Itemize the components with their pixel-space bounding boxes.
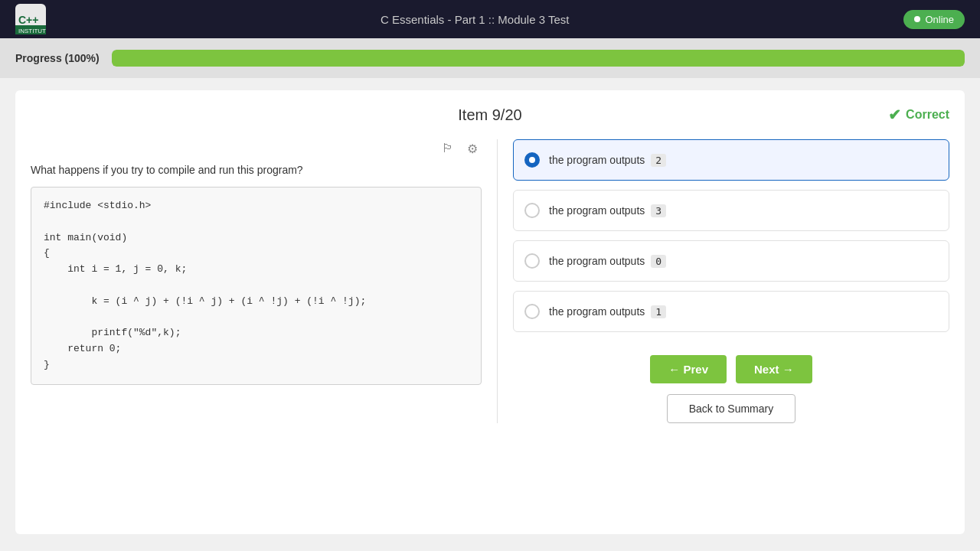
page-title: C Essentials - Part 1 :: Module 3 Test	[381, 13, 570, 26]
nav-buttons: ← Prev Next →	[513, 355, 949, 383]
prev-button[interactable]: ← Prev	[650, 355, 727, 383]
back-to-summary-button[interactable]: Back to Summary	[667, 394, 795, 423]
online-label: Online	[925, 14, 954, 25]
progress-fill	[112, 50, 965, 67]
content-layout: 🏳 ⚙ What happens if you try to compile a…	[31, 139, 949, 423]
flag-icon[interactable]: 🏳	[439, 139, 457, 158]
progress-label: Progress (100%)	[15, 52, 100, 64]
progress-section: Progress (100%)	[0, 38, 980, 78]
main-content: Item 9/20 ✔ Correct 🏳 ⚙ What happens if …	[15, 90, 965, 534]
answer-text-3: the program outputs 0	[549, 255, 666, 268]
online-status: Online	[903, 10, 965, 29]
radio-2	[524, 203, 540, 218]
answer-option-1[interactable]: the program outputs 2	[513, 139, 949, 181]
svg-text:C++: C++	[18, 14, 38, 26]
svg-text:INSTITUTE: INSTITUTE	[18, 28, 46, 34]
answer-option-4[interactable]: the program outputs 1	[513, 291, 949, 332]
answer-text-1: the program outputs 2	[549, 154, 666, 167]
answer-option-2[interactable]: the program outputs 3	[513, 190, 949, 231]
item-header: Item 9/20 ✔ Correct	[31, 106, 949, 124]
radio-1	[524, 152, 540, 168]
answer-value-2: 3	[651, 204, 666, 217]
answer-text-2: the program outputs 3	[549, 204, 666, 217]
correct-label: Correct	[906, 108, 949, 122]
correct-badge: ✔ Correct	[643, 106, 949, 124]
right-panel: the program outputs 2the program outputs…	[498, 139, 949, 423]
item-title: Item 9/20	[337, 106, 643, 124]
answer-value-1: 2	[651, 154, 666, 167]
progress-track	[112, 50, 965, 67]
answers-container: the program outputs 2the program outputs…	[513, 139, 949, 332]
code-block: #include <stdio.h> int main(void) { int …	[31, 187, 482, 385]
next-button[interactable]: Next →	[736, 355, 812, 383]
logo-icon: C++ INSTITUTE	[15, 4, 46, 34]
answer-value-3: 0	[651, 255, 666, 268]
online-dot	[914, 16, 920, 22]
panel-toolbar: 🏳 ⚙	[31, 139, 482, 158]
answer-option-3[interactable]: the program outputs 0	[513, 240, 949, 282]
app-header: C++ INSTITUTE C Essentials - Part 1 :: M…	[0, 0, 980, 38]
question-text: What happens if you try to compile and r…	[31, 164, 482, 176]
radio-4	[524, 304, 540, 319]
check-icon: ✔	[888, 106, 901, 124]
logo: C++ INSTITUTE	[15, 4, 46, 34]
radio-3	[524, 253, 540, 269]
answer-value-4: 1	[651, 305, 666, 318]
left-panel: 🏳 ⚙ What happens if you try to compile a…	[31, 139, 498, 423]
answer-text-4: the program outputs 1	[549, 305, 666, 318]
settings-icon[interactable]: ⚙	[463, 139, 482, 158]
